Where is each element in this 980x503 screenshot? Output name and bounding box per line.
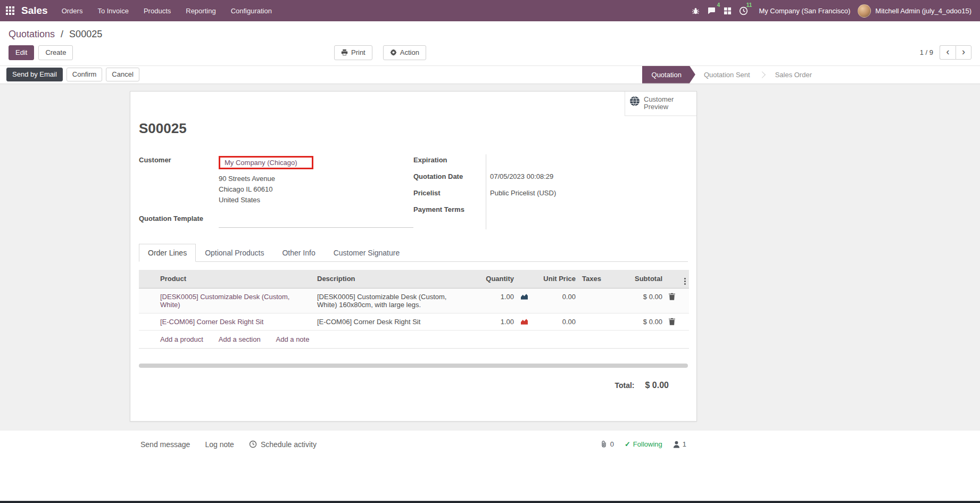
taxes-cell[interactable] [579, 313, 610, 330]
table-footer-links-row: Add a product Add a section Add a note [139, 330, 689, 348]
delete-row-icon[interactable] [669, 318, 677, 325]
payment-terms-value[interactable] [486, 202, 688, 219]
row-handle-cell[interactable] [139, 313, 157, 330]
grid-squares-icon[interactable] [719, 0, 735, 21]
schedule-activity-label: Schedule activity [261, 440, 317, 449]
customer-field-value: My Company (Chicago) 90 Streets Avenue C… [214, 153, 413, 208]
description-cell[interactable]: [E-COM06] Corner Desk Right Sit [314, 313, 469, 330]
optional-columns-header[interactable] [680, 270, 689, 288]
add-a-note-link[interactable]: Add a note [276, 335, 310, 343]
taxes-column-header[interactable]: Taxes [579, 270, 610, 288]
description-column-header[interactable]: Description [314, 270, 469, 288]
subtotal-column-header[interactable]: Subtotal [610, 270, 666, 288]
attachments-button[interactable]: 0 [600, 440, 614, 448]
taxes-cell[interactable] [579, 288, 610, 313]
table-header-row: Product Description Quantity Unit Price … [139, 270, 689, 288]
tab-order-lines[interactable]: Order Lines [139, 244, 196, 262]
description-cell[interactable]: [DESK0005] Customizable Desk (Custom, Wh… [314, 288, 469, 313]
app-brand[interactable]: Sales [21, 5, 48, 17]
empty-field-underline [219, 216, 413, 228]
user-menu[interactable]: Mitchell Admin (july_4_odoo15) [871, 7, 977, 15]
apps-grid-icon [6, 6, 14, 15]
order-line-row[interactable]: [DESK0005] Customizable Desk (Custom, Wh… [139, 288, 689, 313]
send-by-email-button[interactable]: Send by Email [6, 68, 63, 81]
forecast-chart-icon[interactable] [520, 293, 528, 300]
status-step-quotation[interactable]: Quotation [642, 66, 695, 84]
menu-orders[interactable]: Orders [54, 0, 90, 21]
customer-preview-button[interactable]: Customer Preview [625, 92, 696, 117]
schedule-activity-link[interactable]: Schedule activity [249, 440, 317, 449]
activities-clock-icon[interactable]: 11 [735, 0, 751, 21]
order-line-row[interactable]: [E-COM06] Corner Desk Right Sit [E-COM06… [139, 313, 689, 330]
log-note-link[interactable]: Log note [205, 440, 234, 449]
create-button[interactable]: Create [38, 45, 73, 60]
breadcrumb-quotations-link[interactable]: Quotations [9, 29, 55, 39]
check-icon: ✓ [625, 440, 630, 448]
customer-address-line: Chicago IL 60610 [219, 185, 413, 194]
expiration-value[interactable] [486, 153, 688, 169]
total-value: $ 0.00 [645, 381, 669, 390]
confirm-button[interactable]: Confirm [67, 68, 103, 81]
product-link[interactable]: [DESK0005] Customizable Desk (Custom, Wh… [160, 293, 289, 309]
tab-optional-products[interactable]: Optional Products [196, 244, 273, 262]
pager-next-button[interactable]: › [956, 45, 971, 60]
gear-icon [390, 49, 397, 56]
subtotal-cell: $ 0.00 [610, 288, 666, 313]
handle-column-header [139, 270, 157, 288]
quantity-cell[interactable]: 1.00 [469, 313, 517, 330]
product-link[interactable]: [E-COM06] Corner Desk Right Sit [160, 318, 263, 326]
edit-button[interactable]: Edit [9, 45, 34, 60]
cancel-button[interactable]: Cancel [106, 68, 139, 81]
menu-products[interactable]: Products [136, 0, 178, 21]
menu-configuration[interactable]: Configuration [223, 0, 279, 21]
menu-to-invoice[interactable]: To Invoice [90, 0, 136, 21]
control-panel: Edit Create Print Action 1 / 9 ‹ › [0, 42, 980, 65]
user-avatar[interactable] [858, 4, 871, 18]
print-button[interactable]: Print [334, 45, 372, 60]
messages-icon[interactable]: 4 [703, 0, 719, 21]
send-message-link[interactable]: Send message [140, 440, 190, 449]
company-switcher[interactable]: My Company (San Francisco) [751, 7, 858, 15]
action-button[interactable]: Action [383, 45, 426, 60]
customer-link[interactable]: My Company (Chicago) [225, 159, 297, 167]
unit-price-column-header[interactable]: Unit Price [531, 270, 579, 288]
chatter-toolbar: 0 ✓ Following 1 [600, 440, 686, 448]
tab-customer-signature[interactable]: Customer Signature [325, 244, 409, 262]
status-steps: Quotation Quotation Sent Sales Order [642, 66, 820, 84]
person-icon [673, 441, 680, 448]
pager-previous-button[interactable]: ‹ [940, 45, 956, 60]
quantity-cell[interactable]: 1.00 [469, 288, 517, 313]
menu-reporting[interactable]: Reporting [178, 0, 223, 21]
add-a-product-link[interactable]: Add a product [160, 335, 203, 343]
totals-section: Total: $ 0.00 [139, 381, 688, 390]
apps-menu-button[interactable] [1, 0, 19, 21]
bug-icon[interactable] [687, 0, 703, 21]
status-step-sales-order[interactable]: Sales Order [767, 66, 820, 84]
breadcrumb-current: S00025 [69, 29, 102, 39]
horizontal-scrollbar[interactable] [139, 364, 688, 368]
customer-preview-label: Customer Preview [644, 96, 692, 112]
payment-terms-label: Payment Terms [413, 202, 486, 219]
expiration-label: Expiration [413, 153, 486, 169]
customer-address-line: United States [219, 195, 413, 205]
delete-row-icon[interactable] [669, 293, 677, 300]
followers-button[interactable]: 1 [673, 440, 686, 448]
unit-price-cell[interactable]: 0.00 [531, 313, 579, 330]
odoo-sales-screen: Sales Orders To Invoice Products Reporti… [0, 0, 980, 503]
product-column-header[interactable]: Product [157, 270, 314, 288]
form-statusbar: Send by Email Confirm Cancel Quotation Q… [0, 65, 980, 84]
quantity-column-header[interactable]: Quantity [469, 270, 517, 288]
step-chevron-icon [759, 71, 766, 78]
status-step-quotation-sent[interactable]: Quotation Sent [695, 66, 759, 84]
following-button[interactable]: ✓ Following [625, 440, 662, 448]
action-buttons: Print Action [334, 45, 426, 60]
unit-price-cell[interactable]: 0.00 [531, 288, 579, 313]
tab-other-info[interactable]: Other Info [273, 244, 324, 262]
row-handle-cell[interactable] [139, 288, 157, 313]
add-a-section-link[interactable]: Add a section [219, 335, 261, 343]
quotation-template-value[interactable] [214, 211, 413, 231]
top-navbar: Sales Orders To Invoice Products Reporti… [0, 0, 980, 21]
bottom-edge-strip [0, 501, 980, 503]
forecast-chart-icon[interactable] [520, 318, 528, 325]
globe-icon [629, 96, 640, 106]
